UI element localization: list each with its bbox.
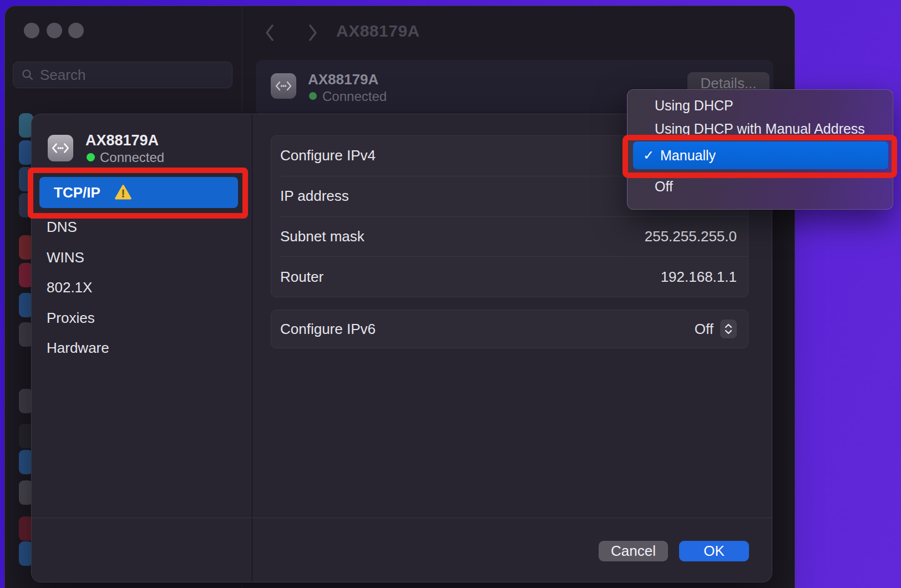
sidebar-item-proxies[interactable]: Proxies [47,310,95,326]
footer-divider [32,518,773,518]
connected-status-dot [87,153,95,161]
ipv6-value: Off [695,321,713,338]
menu-item-off[interactable]: Off [655,177,673,196]
window-minimize-button[interactable] [47,23,62,38]
ethernet-adapter-icon [271,73,296,99]
sheet-sidebar-divider [252,114,252,582]
row-label: Configure IPv6 [280,321,376,338]
device-name: AX88179A [85,132,159,149]
menu-item-using-dhcp[interactable]: Using DHCP [655,96,733,115]
row-value: 255.255.255.0 [645,228,737,245]
annotation-box-tcpip [28,168,248,219]
search-icon [21,68,34,82]
sidebar-item-hardware[interactable]: Hardware [47,339,109,356]
configure-ipv6-row[interactable]: Configure IPv6 Off [271,310,748,348]
back-chevron-icon[interactable] [264,23,277,43]
device-name: AX88179A [308,71,378,88]
annotation-box-manually [622,135,897,178]
device-status: Connected [100,150,164,165]
window-zoom-button[interactable] [68,23,84,38]
page-title: AX88179A [336,22,420,40]
row-label: Configure IPv4 [280,147,376,164]
row-label: Subnet mask [280,228,365,245]
up-down-chevrons-icon [723,322,734,336]
ok-button[interactable]: OK [679,541,749,561]
sidebar-item-wins[interactable]: WINS [47,249,84,266]
connected-status-dot [309,92,317,100]
search-placeholder: Search [40,67,85,84]
row-label: IP address [280,187,349,205]
cancel-button[interactable]: Cancel [599,541,668,561]
ipv6-settings-group: Configure IPv6 Off [271,310,748,348]
window-close-button[interactable] [24,23,39,38]
forward-chevron-icon[interactable] [306,23,319,43]
router-row[interactable]: Router 192.168.1.1 [280,256,748,297]
sidebar-item-8021x[interactable]: 802.1X [47,279,92,296]
ethernet-adapter-icon [48,135,73,161]
row-value: 192.168.1.1 [661,268,737,286]
search-input[interactable]: Search [13,62,232,88]
sidebar-item-dns[interactable]: DNS [47,219,77,235]
row-label: Router [280,268,323,286]
ipv6-popup-stepper[interactable] [720,320,737,338]
subnet-mask-row[interactable]: Subnet mask 255.255.255.0 [280,216,748,257]
device-status: Connected [322,89,387,104]
